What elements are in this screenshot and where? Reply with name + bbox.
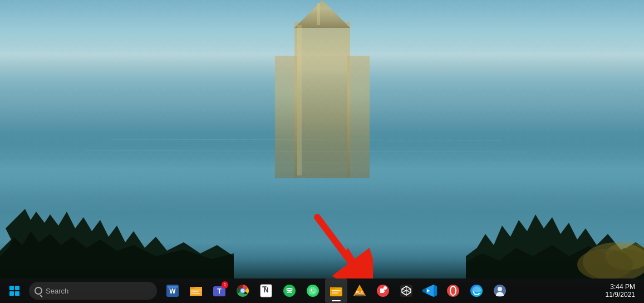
svg-rect-31 (191, 293, 200, 294)
svg-line-11 (0, 192, 644, 194)
windows-logo-icon (9, 286, 19, 296)
taskbar-icon-vlc[interactable]: VLC (348, 278, 371, 303)
svg-text:VLC: VLC (356, 290, 363, 294)
taskbar-search[interactable]: Search (29, 282, 157, 300)
taskbar-icon-opera[interactable] (442, 278, 464, 303)
taskbar-icon-spotify[interactable] (278, 278, 301, 303)
user-avatar-icon (493, 284, 507, 298)
search-label: Search (46, 287, 68, 295)
svg-rect-30 (191, 291, 199, 292)
file-explorer-icon (189, 284, 203, 298)
svg-rect-47 (355, 295, 365, 296)
svg-line-7 (111, 139, 501, 140)
files-icon (329, 284, 343, 298)
taskbar-icon-file-explorer[interactable] (185, 278, 207, 303)
taskbar-icon-user-avatar[interactable] (489, 278, 511, 303)
taskbar-icon-unity[interactable] (395, 278, 417, 303)
unity-icon (399, 284, 414, 298)
taskbar-icon-winamp[interactable]: W (161, 278, 184, 303)
winamp-icon: W (165, 284, 180, 298)
clock-date: 11/9/2021 (606, 291, 635, 299)
svg-line-10 (28, 175, 612, 177)
svg-marker-1 (294, 0, 350, 28)
svg-rect-39 (262, 286, 267, 287)
start-button[interactable] (2, 278, 27, 303)
svg-rect-29 (191, 290, 201, 291)
taskbar-icon-bittorrent[interactable] (372, 278, 394, 303)
taskbar-icon-vscode[interactable] (419, 278, 441, 303)
trees-left (0, 206, 234, 278)
svg-text:W: W (169, 287, 176, 295)
svg-line-9 (56, 162, 584, 164)
taskbar-icon-teams[interactable]: T 1 (208, 278, 230, 303)
clock-time: 3:44 PM (610, 283, 635, 291)
autumn-foliage (533, 223, 644, 278)
taskbar-icon-edge[interactable] (465, 278, 488, 303)
vscode-icon (422, 284, 437, 298)
svg-rect-44 (332, 290, 341, 291)
edge-icon (469, 284, 484, 298)
taskbar-icon-notion[interactable]: N (255, 278, 277, 303)
opera-icon (446, 284, 460, 298)
red-arrow (301, 206, 373, 278)
svg-text:T: T (217, 287, 222, 295)
search-icon (35, 287, 42, 295)
vlc-icon: VLC (352, 284, 367, 298)
svg-point-61 (498, 287, 502, 291)
taskbar-icon-whatsapp[interactable] (302, 278, 324, 303)
svg-rect-25 (168, 286, 178, 288)
chrome-icon (235, 284, 250, 298)
notion-icon: N (259, 284, 273, 298)
spotify-icon (282, 284, 297, 298)
bittorrent-icon (376, 284, 390, 298)
svg-point-51 (384, 286, 387, 290)
teams-badge: 1 (222, 281, 228, 289)
whatsapp-icon (306, 284, 320, 298)
svg-text:N: N (264, 286, 269, 294)
svg-rect-42 (330, 287, 342, 296)
svg-rect-5 (317, 3, 320, 25)
taskbar-icon-files[interactable] (325, 278, 347, 303)
svg-point-36 (241, 289, 245, 293)
taskbar: Search W (0, 278, 644, 303)
system-clock[interactable]: 3:44 PM 11/9/2021 (603, 282, 637, 300)
svg-line-8 (83, 150, 529, 152)
taskbar-icon-chrome[interactable] (232, 278, 254, 303)
desktop: Search W (0, 0, 644, 303)
taskbar-icons-group: W T 1 (159, 278, 602, 303)
svg-rect-45 (332, 292, 338, 294)
system-tray: 3:44 PM 11/9/2021 (603, 282, 642, 300)
